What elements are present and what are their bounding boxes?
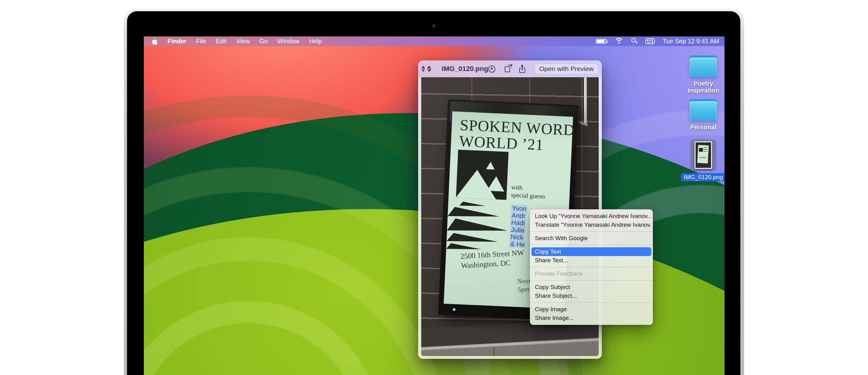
menu-item-copy-image[interactable]: Copy Image	[531, 305, 651, 314]
menubar-item-help[interactable]: Help	[309, 38, 322, 45]
facetime-camera	[432, 24, 436, 28]
menubar-item-finder[interactable]: Finder	[167, 38, 186, 45]
icon-selection-highlight	[690, 139, 716, 171]
menu-item-share-subject[interactable]: Share Subject...	[531, 291, 651, 300]
menu-separator	[530, 302, 653, 303]
billboard-bolt	[453, 308, 456, 311]
menubar-item-window[interactable]: Window	[277, 38, 300, 45]
marketing-canvas: Finder File Edit View Go Window Help Tue…	[0, 0, 868, 375]
wall-seam	[582, 77, 583, 208]
menu-separator	[530, 245, 653, 245]
menubar-item-go[interactable]: Go	[259, 38, 268, 45]
quicklook-titlebar[interactable]: × IMG_0120.png Open with Preview	[418, 60, 602, 77]
menu-bar-left: Finder File Edit View Go Window Help	[151, 38, 322, 45]
poster-selected-names[interactable]: Yvon Andr Hadi Julia Nick & He	[509, 204, 528, 248]
poster-guests-caption: with special guests	[511, 183, 546, 200]
menu-item-copy-text[interactable]: Copy Text	[531, 247, 651, 256]
menu-item-share-text[interactable]: Share Text...	[531, 256, 651, 265]
menu-bar-status-area: Tue Sep 12 9:41 AM	[596, 38, 719, 45]
close-button[interactable]: ×	[422, 66, 425, 71]
icon-label: Personal	[690, 124, 716, 131]
menubar-item-view[interactable]: View	[236, 38, 250, 45]
image-file-thumbnail	[694, 141, 712, 169]
menu-bar-clock[interactable]: Tue Sep 12 9:41 AM	[662, 38, 719, 45]
menu-separator	[530, 231, 653, 232]
battery-icon[interactable]	[596, 39, 607, 44]
poster-address: 2500 16th Street NW Washington, DC	[460, 248, 525, 270]
menu-item-translate[interactable]: Translate “Yvonne Yamasaki Andrew Ivanov…	[531, 221, 651, 229]
desktop-icon-img-0120[interactable]: IMG_0120.png	[680, 139, 724, 181]
menu-bar: Finder File Edit View Go Window Help Tue…	[144, 36, 724, 46]
menu-item-copy-subject[interactable]: Copy Subject	[531, 283, 651, 291]
poster-triangle-stack	[446, 201, 509, 253]
open-with-preview-button[interactable]: Open with Preview	[534, 63, 598, 74]
photo-conduit-pipe	[584, 77, 587, 124]
menu-separator	[530, 280, 653, 281]
menubar-item-file[interactable]: File	[196, 38, 206, 45]
context-menu: Look Up “Yvonne Yamasaki Andrew Ivanov..…	[530, 209, 653, 325]
quicklook-toolbar: Open with Preview	[488, 63, 598, 74]
folder-icon	[690, 101, 717, 120]
poster-mountain-graphic	[456, 149, 509, 200]
fullscreen-icon	[428, 67, 431, 70]
macos-desktop: Finder File Edit View Go Window Help Tue…	[144, 36, 724, 375]
share-icon[interactable]	[519, 65, 525, 73]
folder-icon	[690, 58, 717, 77]
menu-item-provide-feedback: Provide Feedback	[531, 269, 651, 278]
menubar-item-edit[interactable]: Edit	[216, 38, 226, 45]
desktop-icon-personal[interactable]: Personal	[680, 101, 724, 131]
icon-label: Poetry Inspiration	[680, 80, 724, 94]
selected-filename-label: IMG_0120.png	[681, 173, 724, 181]
spotlight-search-icon[interactable]	[631, 38, 638, 45]
poster-title: SPOKEN WORD WORLD ’21	[459, 117, 575, 154]
wifi-icon[interactable]	[614, 38, 624, 45]
markup-pen-icon[interactable]	[488, 65, 495, 73]
close-icon: ×	[422, 67, 425, 71]
fullscreen-button[interactable]	[428, 66, 431, 71]
menu-item-search-with-google[interactable]: Search With Google	[531, 234, 651, 242]
control-center-icon[interactable]	[645, 38, 655, 44]
menu-item-share-image[interactable]: Share Image...	[531, 314, 651, 322]
menu-item-look-up[interactable]: Look Up “Yvonne Yamasaki Andrew Ivanov..…	[531, 212, 651, 221]
window-title: IMG_0120.png	[442, 65, 488, 73]
apple-menu-icon[interactable]	[151, 38, 158, 45]
rotate-icon[interactable]	[505, 66, 510, 72]
desktop-icon-poetry-inspiration[interactable]: Poetry Inspiration	[680, 58, 724, 94]
